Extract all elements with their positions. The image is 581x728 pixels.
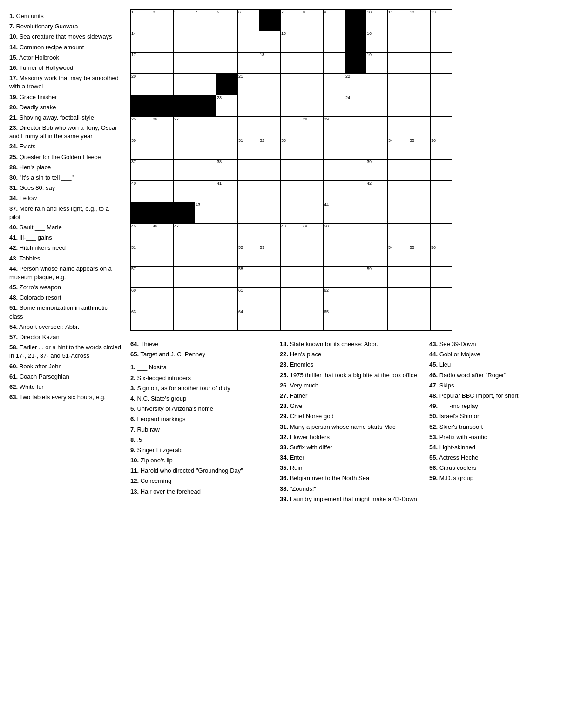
cell-14-4[interactable] <box>216 309 238 331</box>
cell-2-3[interactable] <box>195 53 216 74</box>
cell-5-4[interactable] <box>216 117 238 138</box>
cell-1-6[interactable] <box>259 31 281 53</box>
cell-2-6[interactable]: 18 <box>259 53 281 74</box>
cell-3-5[interactable]: 21 <box>238 74 259 95</box>
cell-2-5[interactable] <box>238 53 259 74</box>
cell-12-8[interactable] <box>302 267 324 288</box>
cell-11-11[interactable] <box>366 245 388 267</box>
cell-7-14[interactable] <box>431 160 452 181</box>
cell-1-8[interactable] <box>302 31 324 53</box>
cell-11-8[interactable] <box>302 245 324 267</box>
cell-11-13[interactable]: 55 <box>409 245 431 267</box>
cell-4-1[interactable] <box>152 95 174 117</box>
cell-11-14[interactable]: 56 <box>431 245 452 267</box>
cell-12-0[interactable]: 57 <box>131 267 152 288</box>
cell-7-11[interactable]: 39 <box>366 160 388 181</box>
cell-0-13[interactable]: 12 <box>409 10 431 31</box>
cell-1-7[interactable]: 15 <box>281 31 302 53</box>
cell-0-12[interactable]: 11 <box>388 10 409 31</box>
cell-2-11[interactable]: 19 <box>366 53 388 74</box>
cell-11-10[interactable] <box>345 245 366 267</box>
cell-6-6[interactable]: 32 <box>259 138 281 160</box>
cell-11-2[interactable] <box>174 245 195 267</box>
cell-10-4[interactable] <box>216 224 238 245</box>
cell-9-3[interactable]: 43 <box>195 202 216 224</box>
cell-9-7[interactable] <box>281 202 302 224</box>
cell-12-4[interactable] <box>216 267 238 288</box>
cell-8-13[interactable] <box>409 181 431 202</box>
cell-12-10[interactable] <box>345 267 366 288</box>
cell-4-3[interactable] <box>195 95 216 117</box>
cell-9-9[interactable]: 44 <box>324 202 345 224</box>
cell-13-7[interactable] <box>281 288 302 309</box>
cell-11-1[interactable] <box>152 245 174 267</box>
cell-3-3[interactable] <box>195 74 216 95</box>
cell-6-10[interactable] <box>345 138 366 160</box>
cell-9-4[interactable] <box>216 202 238 224</box>
cell-13-12[interactable] <box>388 288 409 309</box>
cell-4-4[interactable]: 23 <box>216 95 238 117</box>
cell-1-5[interactable] <box>238 31 259 53</box>
cell-4-8[interactable] <box>302 95 324 117</box>
cell-6-13[interactable]: 35 <box>409 138 431 160</box>
cell-7-4[interactable]: 38 <box>216 160 238 181</box>
cell-7-10[interactable] <box>345 160 366 181</box>
cell-3-1[interactable] <box>152 74 174 95</box>
cell-10-9[interactable]: 50 <box>324 224 345 245</box>
cell-2-4[interactable] <box>216 53 238 74</box>
cell-14-14[interactable] <box>431 309 452 331</box>
cell-13-5[interactable]: 61 <box>238 288 259 309</box>
cell-6-2[interactable] <box>174 138 195 160</box>
cell-3-11[interactable] <box>366 74 388 95</box>
cell-2-10[interactable] <box>345 53 366 74</box>
cell-14-12[interactable] <box>388 309 409 331</box>
cell-0-4[interactable]: 5 <box>216 10 238 31</box>
cell-8-14[interactable] <box>431 181 452 202</box>
cell-10-2[interactable]: 47 <box>174 224 195 245</box>
cell-5-9[interactable]: 29 <box>324 117 345 138</box>
cell-5-13[interactable] <box>409 117 431 138</box>
cell-14-11[interactable] <box>366 309 388 331</box>
cell-4-13[interactable] <box>409 95 431 117</box>
cell-0-0[interactable]: 1 <box>131 10 152 31</box>
cell-2-2[interactable] <box>174 53 195 74</box>
cell-13-6[interactable] <box>259 288 281 309</box>
cell-11-0[interactable]: 51 <box>131 245 152 267</box>
cell-11-9[interactable] <box>324 245 345 267</box>
cell-10-8[interactable]: 49 <box>302 224 324 245</box>
cell-7-2[interactable] <box>174 160 195 181</box>
cell-13-2[interactable] <box>174 288 195 309</box>
cell-4-6[interactable] <box>259 95 281 117</box>
cell-0-1[interactable]: 2 <box>152 10 174 31</box>
cell-8-3[interactable] <box>195 181 216 202</box>
cell-1-10[interactable] <box>345 31 366 53</box>
cell-9-0[interactable] <box>131 202 152 224</box>
cell-5-7[interactable] <box>281 117 302 138</box>
cell-0-6[interactable] <box>259 10 281 31</box>
cell-8-0[interactable]: 40 <box>131 181 152 202</box>
cell-13-3[interactable] <box>195 288 216 309</box>
cell-11-7[interactable] <box>281 245 302 267</box>
cell-2-13[interactable] <box>409 53 431 74</box>
cell-12-3[interactable] <box>195 267 216 288</box>
cell-1-12[interactable] <box>388 31 409 53</box>
cell-5-3[interactable] <box>195 117 216 138</box>
cell-6-3[interactable] <box>195 138 216 160</box>
cell-14-6[interactable] <box>259 309 281 331</box>
cell-4-2[interactable] <box>174 95 195 117</box>
cell-6-1[interactable] <box>152 138 174 160</box>
cell-10-3[interactable] <box>195 224 216 245</box>
cell-12-13[interactable] <box>409 267 431 288</box>
cell-9-2[interactable] <box>174 202 195 224</box>
cell-11-6[interactable]: 53 <box>259 245 281 267</box>
cell-0-10[interactable] <box>345 10 366 31</box>
cell-10-5[interactable] <box>238 224 259 245</box>
cell-2-0[interactable]: 17 <box>131 53 152 74</box>
cell-12-9[interactable] <box>324 267 345 288</box>
cell-1-13[interactable] <box>409 31 431 53</box>
cell-3-10[interactable]: 22 <box>345 74 366 95</box>
cell-6-4[interactable] <box>216 138 238 160</box>
cell-8-10[interactable] <box>345 181 366 202</box>
cell-3-7[interactable] <box>281 74 302 95</box>
cell-8-7[interactable] <box>281 181 302 202</box>
